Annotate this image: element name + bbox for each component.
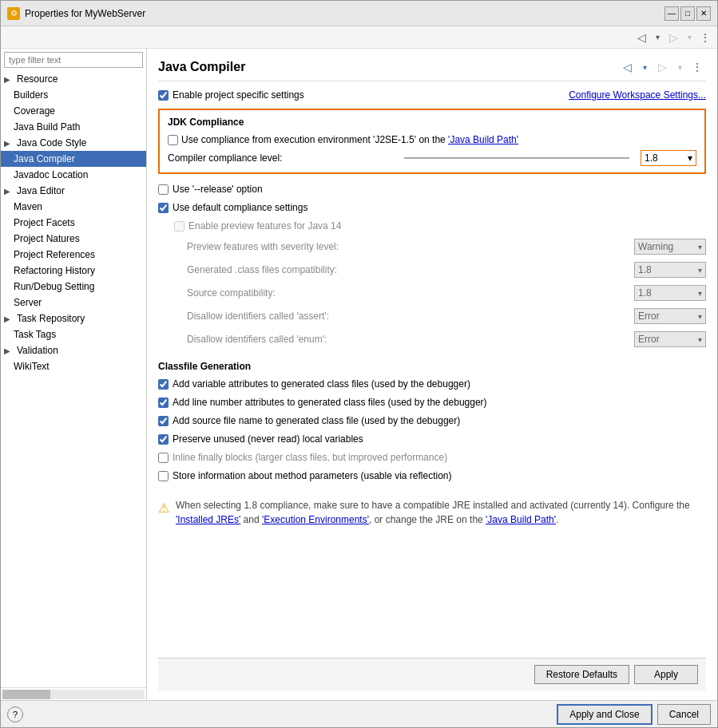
back-button[interactable]: ◁ <box>633 29 650 46</box>
use-release-checkbox[interactable] <box>158 184 169 195</box>
restore-defaults-button[interactable]: Restore Defaults <box>534 665 629 684</box>
java-build-path-link[interactable]: 'Java Build Path' <box>448 134 518 145</box>
titlebar: ⚙ Properties for MyWebServer — □ ✕ <box>1 1 717 26</box>
classfile-checkbox-0[interactable] <box>158 379 169 390</box>
sidebar-item-refactoring-history[interactable]: Refactoring History <box>1 263 146 279</box>
source-compat-select[interactable]: 1.8 ▾ <box>634 285 706 301</box>
classfile-label-3[interactable]: Preserve unused (never read) local varia… <box>173 433 363 445</box>
classfile-checkbox-4[interactable] <box>158 453 169 463</box>
classfile-checkbox-2[interactable] <box>158 416 169 426</box>
disallow-assert-label: Disallow identifiers called 'assert': <box>187 311 630 322</box>
validation-arrow: ▶ <box>4 346 14 355</box>
sidebar-item-builders[interactable]: Builders <box>1 87 146 103</box>
header-forward-button[interactable]: ▷ <box>653 58 671 76</box>
use-compliance-row: Use compliance from execution environmen… <box>168 134 696 145</box>
sidebar-item-task-repository[interactable]: ▶ Task Repository <box>1 311 146 326</box>
preview-severity-select[interactable]: Warning ▾ <box>634 239 706 255</box>
horizontal-scrollbar[interactable] <box>1 687 146 700</box>
sidebar-item-project-references[interactable]: Project References <box>1 247 146 263</box>
sidebar-label-project-natures: Project Natures <box>14 233 80 244</box>
minimize-button[interactable]: — <box>664 6 679 21</box>
cancel-button[interactable]: Cancel <box>657 704 711 725</box>
sidebar-label-javadoc-location: Javadoc Location <box>14 169 88 180</box>
use-default-checkbox[interactable] <box>158 203 169 213</box>
sidebar-item-java-build-path[interactable]: Java Build Path <box>1 119 146 135</box>
execution-environments-link[interactable]: 'Execution Environments' <box>262 514 369 525</box>
java-build-path-warning-link[interactable]: 'Java Build Path' <box>486 514 556 525</box>
apply-close-button[interactable]: Apply and Close <box>557 704 652 725</box>
header-back-button[interactable]: ◁ <box>618 58 636 76</box>
hscroll-track <box>2 690 145 699</box>
back-dropdown-button[interactable]: ▾ <box>652 29 663 46</box>
classfile-label-4[interactable]: Inline finally blocks (larger class file… <box>173 452 447 463</box>
sidebar-item-java-editor[interactable]: ▶ Java Editor <box>1 183 146 199</box>
configure-workspace-link[interactable]: Configure Workspace Settings... <box>569 89 706 101</box>
apply-button[interactable]: Apply <box>634 665 698 684</box>
classfile-label-5[interactable]: Store information about method parameter… <box>173 470 452 481</box>
sidebar-item-project-facets[interactable]: Project Facets <box>1 215 146 231</box>
menu-button[interactable]: ⋮ <box>696 29 714 46</box>
disallow-assert-row: Disallow identifiers called 'assert': Er… <box>158 307 706 326</box>
classfile-checkbox-3[interactable] <box>158 434 169 445</box>
use-release-label[interactable]: Use '--release' option <box>173 184 263 195</box>
sidebar-item-coverage[interactable]: Coverage <box>1 103 146 119</box>
header-back-dropdown[interactable]: ▾ <box>639 58 650 76</box>
use-release-row: Use '--release' option <box>158 182 706 196</box>
sidebar-item-java-code-style[interactable]: ▶ Java Code Style <box>1 135 146 151</box>
disallow-enum-value: Error <box>638 334 660 345</box>
source-compat-label: Source compatibility: <box>187 287 630 299</box>
forward-button[interactable]: ▷ <box>664 29 682 46</box>
compliance-level-select[interactable]: 1.8 ▾ <box>641 150 696 166</box>
use-default-label[interactable]: Use default compliance settings <box>173 202 307 213</box>
jdk-title: JDK Compliance <box>168 117 696 128</box>
sidebar-item-run-debug-setting[interactable]: Run/Debug Setting <box>1 279 146 295</box>
sidebar-item-server[interactable]: Server <box>1 295 146 311</box>
classfile-checkbox-5[interactable] <box>158 471 169 481</box>
sidebar-label-java-compiler: Java Compiler <box>14 153 75 164</box>
maximize-button[interactable]: □ <box>680 6 695 21</box>
forward-dropdown-button[interactable]: ▾ <box>684 29 695 46</box>
enable-preview-row: Enable preview features for Java 14 <box>158 219 706 233</box>
sidebar-item-java-compiler[interactable]: Java Compiler <box>1 151 146 167</box>
help-button[interactable]: ? <box>7 706 23 722</box>
header-forward-dropdown[interactable]: ▾ <box>674 58 685 76</box>
sidebar-item-wikitext[interactable]: WikiText <box>1 358 146 374</box>
classfile-label-0[interactable]: Add variable attributes to generated cla… <box>173 378 470 390</box>
task-repository-arrow: ▶ <box>4 315 14 323</box>
window-icon: ⚙ <box>7 7 20 20</box>
sidebar: ▶ Resource Builders Coverage Java Build … <box>1 49 147 700</box>
sidebar-item-task-tags[interactable]: Task Tags <box>1 326 146 342</box>
disallow-enum-arrow: ▾ <box>698 335 702 344</box>
sidebar-label-wikitext: WikiText <box>14 361 50 372</box>
installed-jres-link[interactable]: 'Installed JREs' <box>176 514 240 525</box>
sidebar-label-task-repository: Task Repository <box>17 313 85 324</box>
preview-severity-arrow: ▾ <box>698 243 702 251</box>
disallow-enum-select[interactable]: Error ▾ <box>634 331 706 347</box>
sidebar-item-project-natures[interactable]: Project Natures <box>1 231 146 247</box>
use-compliance-checkbox[interactable] <box>168 135 178 145</box>
compliance-dropdown-arrow: ▾ <box>688 152 692 164</box>
sidebar-item-validation[interactable]: ▶ Validation <box>1 342 146 358</box>
hscroll-thumb[interactable] <box>2 690 50 699</box>
close-button[interactable]: ✕ <box>696 6 711 21</box>
classfile-label-1[interactable]: Add line number attributes to generated … <box>173 397 487 408</box>
generated-class-select[interactable]: 1.8 ▾ <box>634 262 706 278</box>
sidebar-label-java-build-path: Java Build Path <box>14 121 80 133</box>
classfile-checkbox-1[interactable] <box>158 398 169 408</box>
content-panel: Java Compiler ◁ ▾ ▷ ▾ ⋮ Enable project s… <box>147 49 717 700</box>
enable-preview-checkbox[interactable] <box>174 221 184 231</box>
sidebar-item-maven[interactable]: Maven <box>1 199 146 215</box>
header-menu-button[interactable]: ⋮ <box>688 58 706 76</box>
search-input[interactable] <box>4 52 143 68</box>
enable-specific-checkbox[interactable] <box>158 90 169 101</box>
classfile-label-2[interactable]: Add source file name to generated class … <box>173 415 460 426</box>
sidebar-item-resource[interactable]: ▶ Resource <box>1 71 146 87</box>
disallow-assert-select[interactable]: Error ▾ <box>634 308 706 324</box>
page-title: Java Compiler <box>158 60 245 74</box>
compliance-level-value: 1.8 <box>645 152 658 164</box>
source-compat-row: Source compatibility: 1.8 ▾ <box>158 283 706 303</box>
sidebar-item-javadoc-location[interactable]: Javadoc Location <box>1 167 146 183</box>
sidebar-label-validation: Validation <box>17 345 58 356</box>
enable-specific-label[interactable]: Enable project specific settings <box>173 89 304 101</box>
jdk-section: JDK Compliance Use compliance from execu… <box>158 109 706 174</box>
